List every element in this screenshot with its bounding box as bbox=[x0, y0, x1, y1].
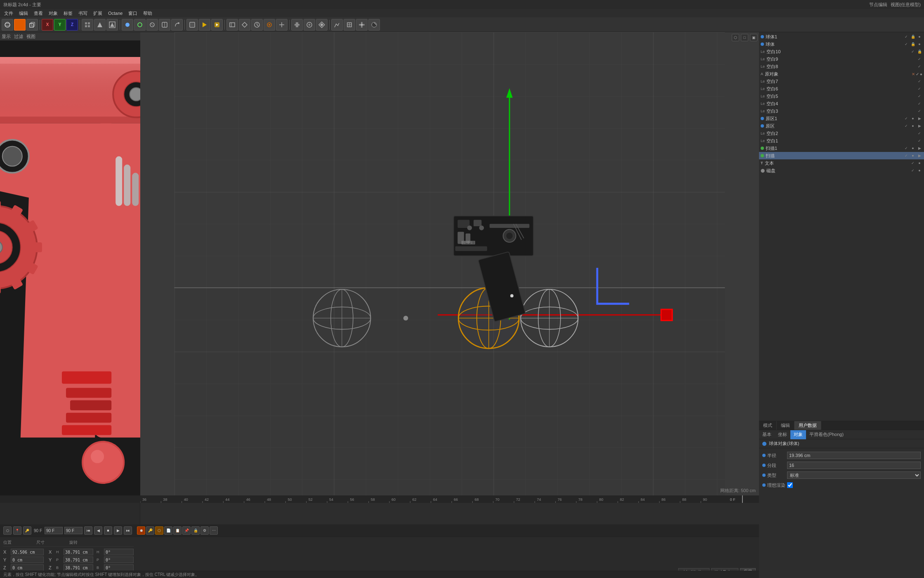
toolbar-btn-15[interactable] bbox=[304, 19, 315, 31]
timeline-key2-btn[interactable]: 🔑 bbox=[146, 526, 154, 535]
scene-item-empty4[interactable]: Le 空白4 ✓ bbox=[759, 100, 924, 107]
scene-item-empty6[interactable]: Le 空白6 ✓ bbox=[759, 85, 924, 92]
toolbar-btn-16[interactable] bbox=[316, 19, 328, 31]
timeline-skip-start-btn[interactable]: ⏮ bbox=[84, 526, 92, 535]
toolbar-mode-sphere[interactable] bbox=[2, 19, 13, 31]
menu-item-help[interactable]: 帮助 bbox=[141, 9, 155, 17]
menu-item-extend[interactable]: 扩展 bbox=[91, 9, 105, 17]
toolbar-btn-8[interactable] bbox=[171, 19, 183, 31]
toolbar-btn-13[interactable] bbox=[276, 19, 288, 31]
prop-input-segments[interactable] bbox=[787, 462, 921, 469]
toolbar-btn-14[interactable] bbox=[291, 19, 303, 31]
menu-item-tag[interactable]: 标签 bbox=[61, 9, 75, 17]
subtab-basic[interactable]: 基本 bbox=[759, 430, 775, 439]
scene-item-empty5[interactable]: Le 空白5 ✓ bbox=[759, 92, 924, 100]
prop-select-type[interactable]: 标准 bbox=[787, 471, 921, 479]
toolbar-mode-cube[interactable] bbox=[26, 19, 38, 31]
timeline-record-btn[interactable]: ⏺ bbox=[137, 526, 145, 535]
scene-item-empty1[interactable]: Le 空白1 ✓ bbox=[759, 137, 924, 144]
scene-item-text[interactable]: T 文本 ✓ ● bbox=[759, 159, 924, 167]
toolbar-btn-2[interactable] bbox=[94, 19, 106, 31]
toolbar-mode-active[interactable] bbox=[14, 19, 26, 31]
timeline-frame-input[interactable] bbox=[45, 527, 63, 534]
scene-item-sphere1[interactable]: 球体1 ✓ 🔒 ● bbox=[759, 33, 924, 40]
visible-icon[interactable]: ✓ bbox=[910, 49, 916, 54]
scene-item-empty3[interactable]: Le 空白3 ✓ bbox=[759, 107, 924, 115]
transform-z-pos[interactable] bbox=[11, 564, 44, 571]
toolbar-render[interactable] bbox=[199, 19, 210, 31]
menu-item-object[interactable]: 对象 bbox=[46, 9, 60, 17]
timeline-key-btn[interactable]: 🔑 bbox=[23, 526, 31, 535]
prop-checkbox-render[interactable] bbox=[787, 482, 793, 488]
timeline-settings-btn[interactable]: ⚙ bbox=[200, 526, 209, 535]
subtab-phong[interactable]: 平滑着色(Phong) bbox=[806, 430, 847, 439]
render-icon[interactable]: ● bbox=[917, 41, 922, 47]
scene-item-scan[interactable]: 扫描 ✓ ● ▶ bbox=[759, 152, 924, 159]
prop-input-radius[interactable] bbox=[787, 452, 921, 459]
toolbar-btn-6[interactable] bbox=[146, 19, 158, 31]
transform-b-rot[interactable] bbox=[104, 564, 134, 571]
timeline-expand-btn[interactable]: ⬡ bbox=[3, 526, 12, 535]
transform-y-pos[interactable] bbox=[11, 557, 44, 563]
scene-item-scan1[interactable]: 扫描1 ✓ ● ▶ bbox=[759, 144, 924, 152]
toolbar-btn-19[interactable] bbox=[356, 19, 368, 31]
render-icon[interactable]: ● bbox=[917, 34, 922, 40]
toolbar-btn-12[interactable] bbox=[264, 19, 275, 31]
toolbar-btn-4[interactable] bbox=[122, 19, 133, 31]
menu-item-view[interactable]: 查看 bbox=[31, 9, 45, 17]
toolbar-render-region[interactable] bbox=[186, 19, 198, 31]
viewport-expand-btn[interactable]: ⬡ bbox=[732, 34, 739, 41]
timeline-frame-btn[interactable]: ⬡ bbox=[155, 526, 163, 535]
scene-item-empty2[interactable]: Le 空白2 ✓ bbox=[759, 130, 924, 137]
sub-item-view[interactable]: 视图 bbox=[26, 33, 35, 40]
scene-item-empty8[interactable]: Le 空白8 ✓ bbox=[759, 63, 924, 70]
timeline-pin-btn[interactable]: 📌 bbox=[182, 526, 191, 535]
timeline-pos-btn[interactable]: 📍 bbox=[13, 526, 21, 535]
timeline-stop-btn[interactable]: ■ bbox=[104, 526, 112, 535]
tab-edit[interactable]: 编辑 bbox=[777, 421, 794, 430]
toolbar-btn-9[interactable] bbox=[226, 19, 238, 31]
toolbar-axis-x[interactable]: X bbox=[42, 19, 53, 31]
menu-item-file[interactable]: 文件 bbox=[2, 9, 16, 17]
timeline-extra-btn[interactable]: ⋯ bbox=[210, 526, 218, 535]
timeline-doc-btn[interactable]: 📄 bbox=[164, 526, 172, 535]
scene-item-disk[interactable]: ⬤ 磁盘 ✓ ● bbox=[759, 167, 924, 174]
menu-item-octane[interactable]: Octane bbox=[106, 10, 125, 17]
transform-y-size[interactable] bbox=[64, 557, 93, 563]
timeline-prev-frame-btn[interactable]: ◀ bbox=[94, 526, 102, 535]
visible-icon[interactable]: ✓ bbox=[903, 41, 909, 47]
toolbar-btn-18[interactable] bbox=[344, 19, 355, 31]
menu-item-window[interactable]: 窗口 bbox=[126, 9, 140, 17]
toolbar-btn-10[interactable] bbox=[239, 19, 250, 31]
scene-item-empty9[interactable]: Le 空白9 ✓ bbox=[759, 55, 924, 63]
sub-item-filter[interactable]: 过滤 bbox=[14, 33, 23, 40]
toolbar-btn-3[interactable] bbox=[106, 19, 118, 31]
sub-item-display[interactable]: 显示 bbox=[2, 33, 11, 40]
tab-mode[interactable]: 模式 bbox=[759, 421, 777, 430]
subtab-object[interactable]: 对象 bbox=[790, 430, 806, 439]
scene-item-orig-area1[interactable]: 原区1 ✓ ● ▶ bbox=[759, 115, 924, 122]
viewport-menu-btn[interactable]: ▣ bbox=[750, 34, 757, 41]
visible-icon[interactable]: ✓ bbox=[917, 56, 922, 62]
transform-z-size[interactable] bbox=[64, 564, 93, 571]
toolbar-axis-z[interactable]: Z bbox=[66, 19, 78, 31]
scene-item-sphere[interactable]: 球体 ✓ 🔒 ● bbox=[759, 40, 924, 48]
toolbar-btn-17[interactable] bbox=[331, 19, 343, 31]
menu-item-write[interactable]: 书写 bbox=[76, 9, 90, 17]
timeline-clip-btn[interactable]: 📋 bbox=[173, 526, 182, 535]
scene-item-original-object[interactable]: A 原对象 ✕ ✓ ● bbox=[759, 70, 924, 78]
timeline-end-input[interactable] bbox=[64, 527, 82, 534]
lock-icon[interactable]: 🔒 bbox=[910, 34, 916, 40]
transform-x-size[interactable] bbox=[64, 549, 93, 555]
transform-x-pos[interactable] bbox=[11, 549, 44, 555]
toolbar-btn-7[interactable] bbox=[159, 19, 170, 31]
scene-item-empty10[interactable]: Le 空白10 ✓ 🔒 bbox=[759, 48, 924, 55]
visible-icon[interactable]: ✓ bbox=[917, 64, 922, 69]
menu-item-edit[interactable]: 编辑 bbox=[16, 9, 31, 17]
toolbar-btn-11[interactable] bbox=[251, 19, 263, 31]
toolbar-axis-y[interactable]: Y bbox=[54, 19, 66, 31]
subtab-coord[interactable]: 坐标 bbox=[775, 430, 790, 439]
lock-icon[interactable]: 🔒 bbox=[917, 49, 922, 54]
transform-h-rot[interactable] bbox=[104, 549, 134, 555]
scene-item-orig-area[interactable]: 原区 ✓ ● ▶ bbox=[759, 122, 924, 130]
